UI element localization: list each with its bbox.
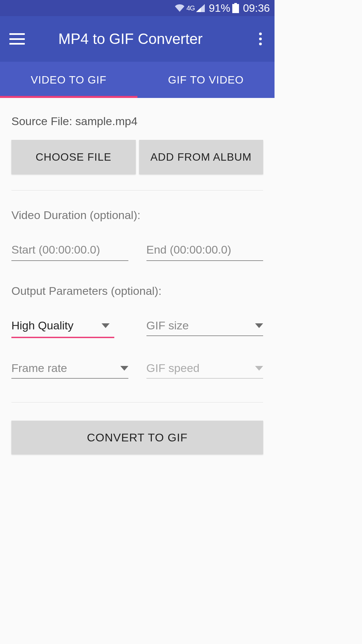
chevron-down-icon [102, 323, 110, 328]
tab-gif-to-video[interactable]: GIF TO VIDEO [137, 62, 275, 98]
chevron-down-icon [120, 366, 128, 371]
convert-button[interactable]: CONVERT TO GIF [11, 421, 263, 454]
source-file-label: Source File: sample.mp4 [11, 115, 263, 128]
tabs: VIDEO TO GIF GIF TO VIDEO [0, 62, 275, 98]
battery-percent: 91% [209, 2, 230, 14]
frame-rate-select[interactable]: Frame rate [11, 360, 128, 379]
gif-speed-select[interactable]: GIF speed [146, 360, 263, 379]
gif-size-select[interactable]: GIF size [146, 317, 263, 336]
chevron-down-icon [255, 366, 263, 371]
page-title: MP4 to GIF Converter [58, 31, 260, 47]
network-type: 4G [186, 4, 195, 12]
divider [11, 190, 263, 191]
choose-file-button[interactable]: CHOOSE FILE [11, 140, 136, 174]
content: Source File: sample.mp4 CHOOSE FILE ADD … [0, 98, 275, 454]
add-from-album-button[interactable]: ADD FROM ALBUM [139, 140, 263, 174]
chevron-down-icon [255, 323, 263, 328]
clock: 09:36 [243, 2, 270, 14]
gif-speed-placeholder: GIF speed [146, 362, 200, 375]
quality-value: High Quality [11, 319, 73, 332]
tab-video-to-gif[interactable]: VIDEO TO GIF [0, 62, 137, 98]
more-icon[interactable] [260, 33, 265, 45]
tab-indicator [0, 96, 137, 98]
end-time-input[interactable] [146, 241, 263, 261]
start-time-input[interactable] [11, 241, 128, 261]
divider [11, 402, 263, 402]
quality-select[interactable]: High Quality [11, 317, 110, 335]
frame-rate-placeholder: Frame rate [11, 362, 67, 375]
gif-size-placeholder: GIF size [146, 319, 189, 332]
duration-section-label: Video Duration (optional): [11, 209, 263, 222]
status-bar: 4G 91% 09:36 [0, 0, 275, 16]
menu-icon[interactable] [9, 31, 25, 47]
signal-icon [196, 4, 205, 12]
wifi-icon [175, 4, 184, 12]
svg-rect-1 [232, 4, 239, 13]
svg-rect-0 [234, 3, 237, 4]
battery-icon [232, 3, 239, 13]
output-section-label: Output Parameters (optional): [11, 284, 263, 298]
app-bar: MP4 to GIF Converter [0, 16, 275, 62]
